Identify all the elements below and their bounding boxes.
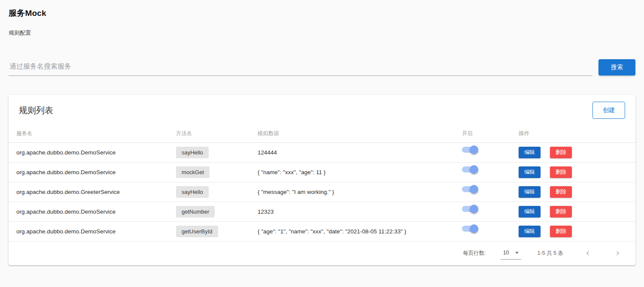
column-header-actions: 操作 xyxy=(519,130,635,137)
method-chip: sayHello xyxy=(176,147,209,158)
rows-per-page-select[interactable]: 10 xyxy=(501,247,521,260)
toggle-thumb xyxy=(470,165,478,174)
toggle-thumb xyxy=(470,145,478,154)
search-field xyxy=(9,59,592,76)
column-header-mockdata: 模拟数据 xyxy=(258,130,462,137)
service-name: org.apache.dubbo.demo.DemoService xyxy=(9,169,176,175)
mock-data: { "name": "xxx", "age": 11 } xyxy=(258,169,462,175)
enable-toggle[interactable] xyxy=(462,145,479,154)
service-name: org.apache.dubbo.demo.DemoService xyxy=(9,149,176,156)
rows-per-page-label: 每页行数: xyxy=(463,250,486,257)
search-bar: 搜索 xyxy=(9,59,635,76)
table-row: org.apache.dubbo.demo.GreeterService say… xyxy=(9,182,635,202)
table-row: org.apache.dubbo.demo.DemoService getUse… xyxy=(9,222,635,242)
mock-rule-page: 服务Mock 规则配置 搜索 规则列表 创建 服务名 方法名 模拟数据 开启 操… xyxy=(0,0,644,287)
method-chip: getNumber xyxy=(176,206,215,218)
mock-data: { "age": "1", "name": "xxx", "date": "20… xyxy=(258,228,462,235)
mock-data: 12323 xyxy=(258,208,462,215)
enable-toggle[interactable] xyxy=(462,205,479,213)
service-name: org.apache.dubbo.demo.DemoService xyxy=(9,228,176,235)
edit-button[interactable]: 编辑 xyxy=(519,166,541,178)
method-chip: getUserById xyxy=(176,226,218,237)
table-row: org.apache.dubbo.demo.DemoService mockGe… xyxy=(9,163,635,182)
edit-button[interactable]: 编辑 xyxy=(519,147,541,158)
table-header-row: 服务名 方法名 模拟数据 开启 操作 xyxy=(9,125,635,143)
column-header-service: 服务名 xyxy=(9,130,176,137)
delete-button[interactable]: 删除 xyxy=(550,147,572,158)
bottom-spacer xyxy=(9,265,635,287)
toggle-thumb xyxy=(470,185,478,193)
next-page-button[interactable] xyxy=(613,248,623,258)
previous-page-button[interactable] xyxy=(583,248,593,258)
caret-down-icon xyxy=(515,252,519,254)
mock-data: 124444 xyxy=(258,149,462,156)
column-header-enabled: 开启 xyxy=(462,130,519,137)
delete-button[interactable]: 删除 xyxy=(550,186,572,198)
mock-data: { "message": "I am working." } xyxy=(258,189,462,195)
rows-per-page-value: 10 xyxy=(503,250,509,256)
edit-button[interactable]: 编辑 xyxy=(519,206,541,218)
delete-button[interactable]: 删除 xyxy=(550,206,572,218)
service-name: org.apache.dubbo.demo.DemoService xyxy=(9,208,176,215)
enable-toggle[interactable] xyxy=(462,165,479,174)
card-header: 规则列表 创建 xyxy=(9,95,635,125)
method-chip: mockGet xyxy=(176,166,210,178)
toggle-thumb xyxy=(470,205,478,213)
method-chip: sayHello xyxy=(176,186,209,198)
toggle-thumb xyxy=(470,224,478,233)
create-button[interactable]: 创建 xyxy=(592,102,625,119)
search-button[interactable]: 搜索 xyxy=(598,59,635,76)
column-header-method: 方法名 xyxy=(176,130,258,137)
service-name: org.apache.dubbo.demo.GreeterService xyxy=(9,189,176,195)
pagination: 每页行数: 10 1-5 共 5 条 xyxy=(9,242,635,265)
rule-list-card: 规则列表 创建 服务名 方法名 模拟数据 开启 操作 org.apache.du… xyxy=(9,95,635,265)
delete-button[interactable]: 删除 xyxy=(550,166,572,178)
table-row: org.apache.dubbo.demo.DemoService sayHel… xyxy=(9,143,635,163)
breadcrumb: 规则配置 xyxy=(9,29,635,37)
chevron-right-icon xyxy=(614,250,621,257)
page-title: 服务Mock xyxy=(9,8,635,19)
search-input[interactable] xyxy=(9,59,592,76)
delete-button[interactable]: 删除 xyxy=(550,226,572,237)
enable-toggle[interactable] xyxy=(462,185,479,193)
table-row: org.apache.dubbo.demo.DemoService getNum… xyxy=(9,202,635,222)
chevron-left-icon xyxy=(585,250,591,257)
edit-button[interactable]: 编辑 xyxy=(519,226,541,237)
enable-toggle[interactable] xyxy=(462,224,479,233)
edit-button[interactable]: 编辑 xyxy=(519,186,541,198)
card-title: 规则列表 xyxy=(19,105,53,116)
pagination-range-text: 1-5 共 5 条 xyxy=(538,250,563,257)
